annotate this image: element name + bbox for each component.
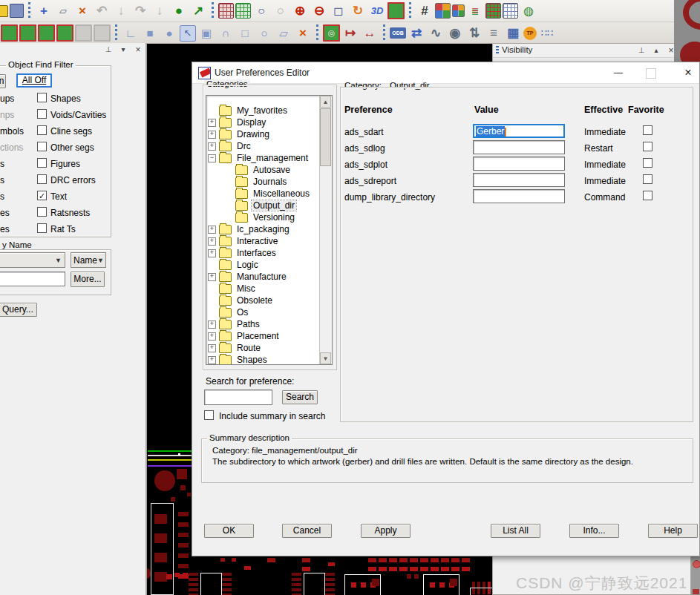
view-3d-icon[interactable]: 3D [368,2,386,20]
add-circle-icon[interactable]: ● [160,24,178,42]
find-property-dropdown[interactable]: ty ▼ [0,252,65,268]
paste-down-icon[interactable]: ↓ [112,2,130,20]
add-rect-icon[interactable]: ■ [141,24,159,42]
color-dialog-icon[interactable] [435,3,451,19]
favorite-checkbox[interactable] [643,174,652,184]
favorite-checkbox[interactable] [643,142,652,151]
find-name-input[interactable] [0,272,65,286]
all-off-button[interactable]: All Off [16,73,52,88]
maximize-button[interactable] [646,68,656,79]
search-button[interactable]: Search [282,390,318,404]
close-button[interactable]: × [681,65,696,80]
snapshot-camera-icon[interactable]: ◉ [446,24,464,42]
redo-icon[interactable]: ↷ [131,2,149,20]
zoom-fit-icon[interactable] [218,3,234,19]
panel-pin-icon[interactable]: ⊥ [635,45,647,56]
tree-item[interactable]: +Route [208,342,319,354]
filter-checkbox-drc-errors[interactable] [37,174,47,184]
filter-checkbox-text[interactable]: ✓ [37,191,47,200]
tree-item[interactable]: +Display [208,116,319,128]
filter-checkbox-other-segs[interactable] [37,142,47,151]
tools-wrench-icon[interactable]: ∿ [427,24,445,42]
measure-span-icon[interactable]: ↔ [361,24,379,42]
button-info[interactable]: Info... [569,524,619,538]
dialog-titlebar[interactable]: User Preferences Editor — × [192,62,699,84]
tree-expander-icon[interactable]: + [208,249,216,257]
button-listall[interactable]: List All [491,524,540,538]
world-grid-icon[interactable]: ◍ [520,2,537,20]
tree-expander-icon[interactable]: + [208,131,216,139]
tree-item[interactable]: +Placement [208,330,319,342]
vis-preset-all-icon[interactable] [38,24,55,42]
rect-outline-icon[interactable]: □ [236,24,254,42]
zoom-prev-icon[interactable]: ○ [272,2,290,20]
scroll-down-icon[interactable]: ▼ [320,352,331,364]
tree-item[interactable]: Miscellaneous [208,188,319,200]
tree-item[interactable]: +Interactive [208,235,319,247]
query-button[interactable]: Query... [0,303,37,317]
tree-scrollbar[interactable]: ▲ ▼ [319,96,332,364]
cross-table-icon[interactable] [503,3,518,19]
button-help[interactable]: Help [648,524,698,538]
move-icon[interactable]: + [35,2,53,20]
tree-expander-icon[interactable]: + [208,344,216,352]
add-line-icon[interactable]: ∟ [122,24,140,42]
color-matrix-icon[interactable] [485,3,501,19]
vis-preset-off2-icon[interactable] [94,24,111,42]
zoom-board-icon[interactable]: ○ [252,2,270,20]
color-view-icon[interactable] [387,2,405,19]
tree-item[interactable]: +Shapes [208,354,319,365]
tree-expander-icon[interactable]: + [208,119,216,127]
include-summary-checkbox[interactable] [204,410,214,420]
odb-export-icon[interactable]: ODB [390,27,406,39]
tree-item[interactable]: +Drawing [208,128,319,140]
panel-pin-icon[interactable]: ⊥ [102,45,114,55]
vis-preset-top-icon[interactable] [1,24,18,42]
tree-item[interactable]: +Paths [208,318,319,330]
copy-icon[interactable]: ▱ [54,2,72,20]
all-on-button[interactable]: All On [0,74,6,88]
notes-icon[interactable]: ≡ [485,24,503,42]
flip-board-icon[interactable]: ⇄ [408,24,425,42]
vis-preset-film-icon[interactable] [56,24,73,42]
poly-shape-icon[interactable]: ▱ [275,24,292,42]
select-cursor-icon[interactable]: ↖ [180,25,196,42]
favorite-checkbox[interactable] [643,125,652,135]
tree-item[interactable]: Versioning [208,211,319,223]
tree-item[interactable]: Misc [208,283,319,295]
panel-collapse-icon[interactable]: ▾ [117,45,129,55]
tree-item[interactable]: Logic [208,259,319,271]
preference-value-input[interactable] [473,189,565,203]
tree-expander-icon[interactable]: + [208,356,216,364]
tree-expander-icon[interactable]: − [208,154,216,162]
pin-icon[interactable]: ↗ [189,2,207,20]
drag-grip-icon[interactable] [496,46,499,55]
favorite-checkbox[interactable] [643,191,652,200]
tree-expander-icon[interactable]: + [208,273,216,281]
filter-checkbox-shapes[interactable] [37,93,47,102]
button-ok[interactable]: OK [204,524,254,538]
find-name-dropdown[interactable]: Name ▼ [71,252,106,268]
tree-expander-icon[interactable]: + [208,226,216,234]
csdn-like-icon[interactable] [693,560,700,568]
search-input[interactable] [204,389,272,405]
preference-value-input[interactable]: Gerber [473,124,565,138]
filter-checkbox-figures[interactable] [37,158,47,168]
highlight-icon[interactable]: ◎ [323,24,340,42]
delete-shape-icon[interactable]: × [294,24,312,42]
open-file-icon[interactable] [0,5,8,17]
tree-item[interactable]: Autosave [208,164,319,176]
scroll-up-icon[interactable]: ▲ [320,96,331,108]
swap-ref-icon[interactable]: ⇅ [465,24,483,42]
redraw-icon[interactable]: ↻ [349,2,367,20]
filter-checkbox-voids-cavities[interactable] [37,109,47,119]
zoom-in-icon[interactable]: ⊕ [291,2,309,20]
grid-toggle-icon[interactable]: # [416,2,434,20]
tree-item[interactable]: +Interfaces [208,247,319,259]
panel-close-icon[interactable]: × [132,45,144,55]
more-button[interactable]: More... [71,272,105,287]
tree-expander-icon[interactable]: + [208,237,216,246]
tree-item[interactable]: +Manufacture [208,271,319,283]
zoom-grid-icon[interactable] [235,3,251,19]
vis-preset-bottom-icon[interactable] [19,24,36,42]
